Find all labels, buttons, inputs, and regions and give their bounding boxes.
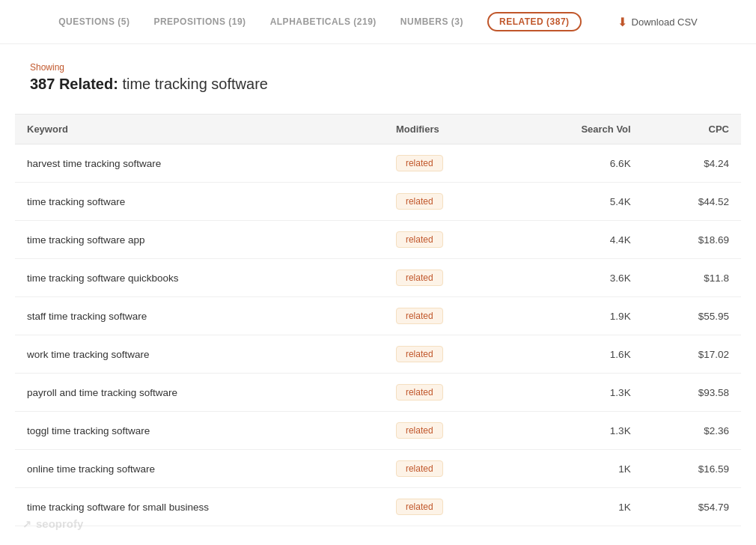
cell-cpc: $4.24	[643, 144, 741, 183]
table-row: time tracking software quickbooksrelated…	[15, 259, 741, 297]
cell-modifier: related	[384, 297, 511, 335]
table-row: time tracking software apprelated4.4K$18…	[15, 221, 741, 259]
cell-searchvol: 1K	[511, 450, 643, 488]
modifier-badge: related	[396, 155, 443, 171]
table-row: online time tracking softwarerelated1K$1…	[15, 450, 741, 488]
tab-numbers[interactable]: NUMBERS (3)	[400, 13, 463, 30]
cell-searchvol: 1.3K	[511, 374, 643, 412]
modifier-badge: related	[396, 346, 443, 362]
cell-keyword: online time tracking software	[15, 450, 384, 488]
col-header-modifiers: Modifiers	[384, 115, 511, 144]
cell-cpc: $17.02	[643, 335, 741, 374]
cell-cpc: $11.8	[643, 259, 741, 297]
cell-searchvol: 4.4K	[511, 221, 643, 259]
showing-title: 387 Related: time tracking software	[30, 76, 726, 93]
keywords-table: KeywordModifiersSearch VolCPC harvest ti…	[15, 114, 741, 526]
table-row: staff time tracking softwarerelated1.9K$…	[15, 297, 741, 335]
cell-modifier: related	[384, 450, 511, 488]
cell-searchvol: 1K	[511, 488, 643, 526]
showing-label: Showing	[30, 62, 726, 73]
cell-keyword: staff time tracking software	[15, 297, 384, 335]
tab-prepositions[interactable]: PREPOSITIONS (19)	[153, 13, 246, 30]
cell-modifier: related	[384, 221, 511, 259]
cell-modifier: related	[384, 183, 511, 221]
col-header-searchvol: Search Vol	[511, 115, 643, 144]
modifier-badge: related	[396, 231, 443, 248]
modifier-badge: related	[396, 270, 443, 286]
table-row: toggl time tracking softwarerelated1.3K$…	[15, 412, 741, 450]
showing-count-bold: 387 Related:	[30, 76, 118, 92]
download-csv-button[interactable]: ⬇ Download CSV	[618, 15, 698, 29]
download-icon: ⬇	[618, 15, 627, 29]
cell-modifier: related	[384, 144, 511, 183]
tab-questions[interactable]: QUESTIONS (5)	[58, 13, 129, 30]
showing-rest: time tracking software	[118, 76, 268, 92]
watermark-arrow: ↗	[22, 518, 31, 527]
cell-keyword: time tracking software	[15, 183, 384, 221]
cell-cpc: $16.59	[643, 450, 741, 488]
cell-cpc: $18.69	[643, 221, 741, 259]
cell-modifier: related	[384, 374, 511, 412]
table-row: time tracking softwarerelated5.4K$44.52	[15, 183, 741, 221]
cell-cpc: $93.58	[643, 374, 741, 412]
top-navigation: QUESTIONS (5)PREPOSITIONS (19)ALPHABETIC…	[0, 0, 756, 44]
table-body: harvest time tracking softwarerelated6.6…	[15, 144, 741, 526]
cell-modifier: related	[384, 335, 511, 374]
cell-searchvol: 1.9K	[511, 297, 643, 335]
cell-keyword: time tracking software quickbooks	[15, 259, 384, 297]
page-header: Showing 387 Related: time tracking softw…	[0, 44, 756, 102]
cell-keyword: work time tracking software	[15, 335, 384, 374]
tab-related[interactable]: RELATED (387)	[487, 12, 582, 31]
tabs-container: QUESTIONS (5)PREPOSITIONS (19)ALPHABETIC…	[58, 12, 581, 31]
cell-searchvol: 1.3K	[511, 412, 643, 450]
cell-searchvol: 1.6K	[511, 335, 643, 374]
col-header-cpc: CPC	[643, 115, 741, 144]
modifier-badge: related	[396, 460, 443, 477]
cell-cpc: $44.52	[643, 183, 741, 221]
table-row: harvest time tracking softwarerelated6.6…	[15, 144, 741, 183]
cell-keyword: toggl time tracking software	[15, 412, 384, 450]
watermark-label: seoprofy	[36, 517, 83, 526]
modifier-badge: related	[396, 308, 443, 324]
modifier-badge: related	[396, 384, 443, 401]
table-row: payroll and time tracking softwarerelate…	[15, 374, 741, 412]
modifier-badge: related	[396, 422, 443, 439]
cell-keyword: time tracking software app	[15, 221, 384, 259]
cell-searchvol: 3.6K	[511, 259, 643, 297]
cell-modifier: related	[384, 412, 511, 450]
cell-keyword: payroll and time tracking software	[15, 374, 384, 412]
modifier-badge: related	[396, 499, 443, 515]
tab-alphabeticals[interactable]: ALPHABETICALS (219)	[270, 13, 377, 30]
cell-cpc: $2.36	[643, 412, 741, 450]
cell-modifier: related	[384, 488, 511, 526]
cell-cpc: $55.95	[643, 297, 741, 335]
cell-keyword: harvest time tracking software	[15, 144, 384, 183]
cell-searchvol: 6.6K	[511, 144, 643, 183]
watermark: ↗ seoprofy	[22, 517, 83, 526]
col-header-keyword: Keyword	[15, 115, 384, 144]
cell-modifier: related	[384, 259, 511, 297]
cell-searchvol: 5.4K	[511, 183, 643, 221]
modifier-badge: related	[396, 193, 443, 210]
table-row: work time tracking softwarerelated1.6K$1…	[15, 335, 741, 374]
table-header: KeywordModifiersSearch VolCPC	[15, 115, 741, 144]
cell-cpc: $54.79	[643, 488, 741, 526]
table-row: time tracking software for small busines…	[15, 488, 741, 526]
table-container: KeywordModifiersSearch VolCPC harvest ti…	[15, 114, 741, 526]
download-label: Download CSV	[632, 16, 698, 28]
